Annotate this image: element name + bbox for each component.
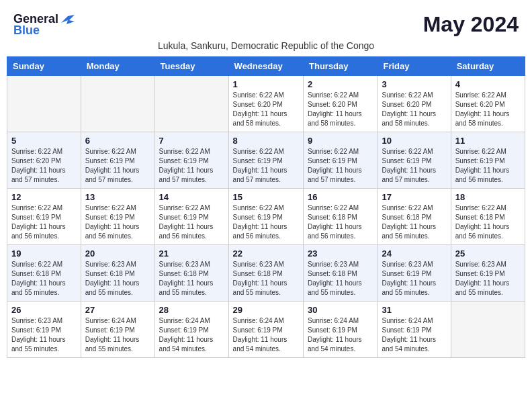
day-info: Sunrise: 6:22 AMSunset: 6:19 PMDaylight:… xyxy=(382,147,446,185)
day-info: Sunrise: 6:22 AMSunset: 6:18 PMDaylight:… xyxy=(382,203,446,241)
calendar-day-25: 25Sunrise: 6:23 AMSunset: 6:19 PMDayligh… xyxy=(451,245,525,302)
day-number: 31 xyxy=(382,305,446,315)
day-info: Sunrise: 6:23 AMSunset: 6:18 PMDaylight:… xyxy=(233,260,299,298)
day-number: 7 xyxy=(159,136,224,146)
day-number: 30 xyxy=(308,305,373,315)
day-number: 18 xyxy=(455,192,521,202)
calendar-day-11: 11Sunrise: 6:22 AMSunset: 6:19 PMDayligh… xyxy=(451,132,525,189)
day-info: Sunrise: 6:22 AMSunset: 6:18 PMDaylight:… xyxy=(455,203,521,241)
day-info: Sunrise: 6:23 AMSunset: 6:18 PMDaylight:… xyxy=(159,260,224,298)
day-info: Sunrise: 6:24 AMSunset: 6:19 PMDaylight:… xyxy=(159,316,224,354)
calendar-day-29: 29Sunrise: 6:24 AMSunset: 6:19 PMDayligh… xyxy=(228,302,303,358)
day-info: Sunrise: 6:23 AMSunset: 6:18 PMDaylight:… xyxy=(308,260,373,298)
weekday-header-thursday: Thursday xyxy=(304,57,378,76)
day-number: 27 xyxy=(85,305,150,315)
day-number: 19 xyxy=(11,248,77,259)
calendar-day-17: 17Sunrise: 6:22 AMSunset: 6:18 PMDayligh… xyxy=(378,189,451,245)
day-info: Sunrise: 6:22 AMSunset: 6:18 PMDaylight:… xyxy=(308,203,373,241)
weekday-header-friday: Friday xyxy=(378,57,451,76)
calendar-day-5: 5Sunrise: 6:22 AMSunset: 6:20 PMDaylight… xyxy=(7,132,81,189)
calendar-day-4: 4Sunrise: 6:22 AMSunset: 6:20 PMDaylight… xyxy=(451,76,525,132)
day-info: Sunrise: 6:23 AMSunset: 6:19 PMDaylight:… xyxy=(455,260,521,298)
calendar-day-30: 30Sunrise: 6:24 AMSunset: 6:19 PMDayligh… xyxy=(304,302,378,358)
calendar-day-15: 15Sunrise: 6:22 AMSunset: 6:19 PMDayligh… xyxy=(228,189,303,245)
day-number: 6 xyxy=(85,136,150,146)
day-info: Sunrise: 6:22 AMSunset: 6:20 PMDaylight:… xyxy=(308,91,373,128)
day-info: Sunrise: 6:24 AMSunset: 6:19 PMDaylight:… xyxy=(233,316,299,354)
day-number: 1 xyxy=(233,79,299,89)
calendar-day-1: 1Sunrise: 6:22 AMSunset: 6:20 PMDaylight… xyxy=(228,76,303,132)
day-number: 14 xyxy=(159,192,224,202)
calendar-day-28: 28Sunrise: 6:24 AMSunset: 6:19 PMDayligh… xyxy=(154,302,228,358)
logo: General Blue xyxy=(13,12,75,38)
day-number: 4 xyxy=(455,79,521,89)
day-info: Sunrise: 6:22 AMSunset: 6:19 PMDaylight:… xyxy=(159,203,224,241)
calendar-day-3: 3Sunrise: 6:22 AMSunset: 6:20 PMDaylight… xyxy=(378,76,451,132)
location-title: Lukula, Sankuru, Democratic Republic of … xyxy=(7,40,525,51)
day-info: Sunrise: 6:22 AMSunset: 6:19 PMDaylight:… xyxy=(455,147,521,185)
day-info: Sunrise: 6:24 AMSunset: 6:19 PMDaylight:… xyxy=(382,316,446,354)
day-number: 5 xyxy=(11,136,77,146)
calendar-day-9: 9Sunrise: 6:22 AMSunset: 6:19 PMDaylight… xyxy=(304,132,378,189)
weekday-header-wednesday: Wednesday xyxy=(228,57,303,76)
day-number: 9 xyxy=(308,136,373,146)
calendar-day-23: 23Sunrise: 6:23 AMSunset: 6:18 PMDayligh… xyxy=(304,245,378,302)
day-info: Sunrise: 6:22 AMSunset: 6:20 PMDaylight:… xyxy=(382,91,446,128)
day-number: 29 xyxy=(233,305,299,315)
day-number: 20 xyxy=(85,248,150,259)
logo-bird-icon xyxy=(61,15,75,26)
day-info: Sunrise: 6:22 AMSunset: 6:19 PMDaylight:… xyxy=(233,203,299,241)
day-info: Sunrise: 6:22 AMSunset: 6:19 PMDaylight:… xyxy=(159,147,224,185)
calendar-day-13: 13Sunrise: 6:22 AMSunset: 6:19 PMDayligh… xyxy=(81,189,154,245)
day-number: 21 xyxy=(159,248,224,259)
day-number: 25 xyxy=(455,248,521,259)
calendar-empty-cell xyxy=(81,76,154,132)
logo-blue-text: Blue xyxy=(13,24,40,38)
calendar-day-26: 26Sunrise: 6:23 AMSunset: 6:19 PMDayligh… xyxy=(7,302,81,358)
day-number: 16 xyxy=(308,192,373,202)
day-number: 8 xyxy=(233,136,299,146)
calendar-day-16: 16Sunrise: 6:22 AMSunset: 6:18 PMDayligh… xyxy=(304,189,378,245)
day-info: Sunrise: 6:23 AMSunset: 6:18 PMDaylight:… xyxy=(85,260,150,298)
day-info: Sunrise: 6:22 AMSunset: 6:19 PMDaylight:… xyxy=(85,147,150,185)
day-info: Sunrise: 6:23 AMSunset: 6:19 PMDaylight:… xyxy=(11,316,77,354)
calendar-empty-cell xyxy=(451,302,525,358)
calendar-week-row: 5Sunrise: 6:22 AMSunset: 6:20 PMDaylight… xyxy=(7,132,525,189)
day-info: Sunrise: 6:24 AMSunset: 6:19 PMDaylight:… xyxy=(308,316,373,354)
day-number: 10 xyxy=(382,136,446,146)
day-info: Sunrise: 6:24 AMSunset: 6:19 PMDaylight:… xyxy=(85,316,150,354)
weekday-header-tuesday: Tuesday xyxy=(154,57,228,76)
weekday-header-sunday: Sunday xyxy=(7,57,81,76)
day-number: 23 xyxy=(308,248,373,259)
weekday-header-monday: Monday xyxy=(81,57,154,76)
day-number: 13 xyxy=(85,192,150,202)
calendar-day-22: 22Sunrise: 6:23 AMSunset: 6:18 PMDayligh… xyxy=(228,245,303,302)
day-info: Sunrise: 6:22 AMSunset: 6:19 PMDaylight:… xyxy=(308,147,373,185)
day-number: 15 xyxy=(233,192,299,202)
day-number: 3 xyxy=(382,79,446,89)
calendar-day-14: 14Sunrise: 6:22 AMSunset: 6:19 PMDayligh… xyxy=(154,189,228,245)
day-info: Sunrise: 6:22 AMSunset: 6:20 PMDaylight:… xyxy=(455,91,521,128)
calendar-day-6: 6Sunrise: 6:22 AMSunset: 6:19 PMDaylight… xyxy=(81,132,154,189)
day-info: Sunrise: 6:22 AMSunset: 6:18 PMDaylight:… xyxy=(11,260,77,298)
calendar-day-24: 24Sunrise: 6:23 AMSunset: 6:19 PMDayligh… xyxy=(378,245,451,302)
calendar-day-27: 27Sunrise: 6:24 AMSunset: 6:19 PMDayligh… xyxy=(81,302,154,358)
day-number: 28 xyxy=(159,305,224,315)
day-info: Sunrise: 6:22 AMSunset: 6:19 PMDaylight:… xyxy=(85,203,150,241)
day-number: 22 xyxy=(233,248,299,259)
calendar-empty-cell xyxy=(7,76,81,132)
day-info: Sunrise: 6:22 AMSunset: 6:19 PMDaylight:… xyxy=(11,203,77,241)
calendar-table: SundayMondayTuesdayWednesdayThursdayFrid… xyxy=(7,56,525,358)
calendar-day-19: 19Sunrise: 6:22 AMSunset: 6:18 PMDayligh… xyxy=(7,245,81,302)
weekday-header-saturday: Saturday xyxy=(451,57,525,76)
day-number: 12 xyxy=(11,192,77,202)
calendar-week-row: 26Sunrise: 6:23 AMSunset: 6:19 PMDayligh… xyxy=(7,302,525,358)
month-title: May 2024 xyxy=(423,12,519,37)
day-number: 2 xyxy=(308,79,373,89)
calendar-day-10: 10Sunrise: 6:22 AMSunset: 6:19 PMDayligh… xyxy=(378,132,451,189)
day-info: Sunrise: 6:23 AMSunset: 6:19 PMDaylight:… xyxy=(382,260,446,298)
calendar-day-8: 8Sunrise: 6:22 AMSunset: 6:19 PMDaylight… xyxy=(228,132,303,189)
svg-marker-0 xyxy=(61,15,75,24)
calendar-week-row: 1Sunrise: 6:22 AMSunset: 6:20 PMDaylight… xyxy=(7,76,525,132)
calendar-day-18: 18Sunrise: 6:22 AMSunset: 6:18 PMDayligh… xyxy=(451,189,525,245)
